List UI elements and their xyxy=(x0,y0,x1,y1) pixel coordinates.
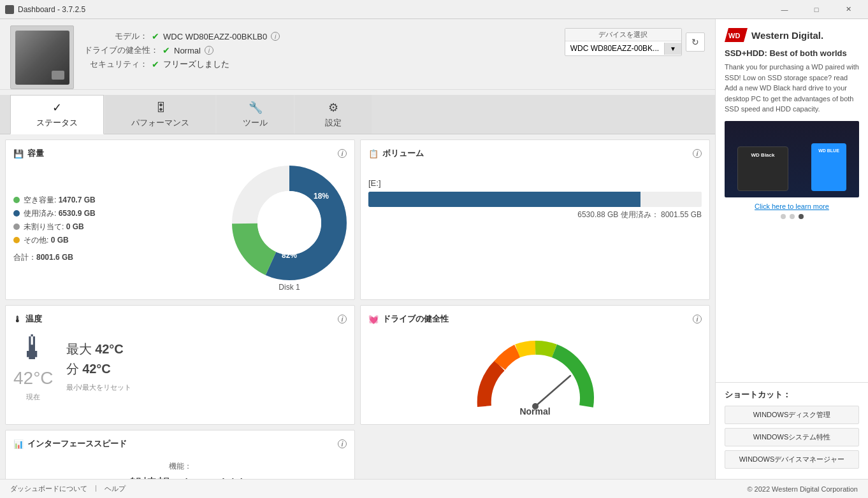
health-help-icon[interactable]: i xyxy=(205,46,213,55)
ad-dot-2[interactable] xyxy=(790,214,795,219)
interface-title: 📊 インターフェーススピード i xyxy=(13,438,347,450)
health-status-label: Normal xyxy=(519,406,550,416)
volume-content: [E:] 6530.88 GB 使用済み： 8001.55 GB xyxy=(368,178,702,220)
temp-reset-label: 最小/最大をリセット xyxy=(66,383,347,392)
device-selector-inner: WDC WD80EAZZ-00BK... ▼ xyxy=(565,41,681,55)
device-dropdown-arrow[interactable]: ▼ xyxy=(664,43,681,55)
model-value: WDC WD80EAZZ-00BKLB0 xyxy=(163,32,267,41)
health-gauge-svg xyxy=(472,336,599,413)
capacity-help-icon[interactable]: i xyxy=(338,149,347,158)
shortcut-disk-management[interactable]: WINDOWSディスク管理 xyxy=(725,406,859,424)
temperature-title: 🌡 温度 i xyxy=(13,313,347,325)
hdd-product-image xyxy=(737,146,788,191)
interface-function-value: 一般情報3 (6.0 Gb/s) xyxy=(13,474,347,479)
donut-chart: 82% 18% xyxy=(232,166,347,280)
dashboard: 💾 容量 i 空き容量: 1470.7 GB 使用済み: xyxy=(0,134,715,479)
sidebar: WD Western Digital. SSD+HDD: Best of bot… xyxy=(715,19,868,479)
ad-dot-1[interactable] xyxy=(781,214,786,219)
shortcut-system-properties[interactable]: WINDOWSシステム特性 xyxy=(725,428,859,446)
health-status-icon: ✔ xyxy=(163,45,170,55)
legend-other-label: その他: 0 GB xyxy=(24,235,69,246)
temperature-stats: 最大 42°C 分 42°C 最小/最大をリセット xyxy=(66,341,347,392)
legend-free-dot xyxy=(13,197,20,203)
footer: ダッシュボードについて | ヘルプ © 2022 Western Digital… xyxy=(0,479,868,498)
ssd-product-image xyxy=(811,143,846,191)
model-label: モデル： xyxy=(84,31,148,42)
interface-function-label: 機能： xyxy=(13,461,347,472)
maximize-button[interactable]: □ xyxy=(802,0,831,19)
tab-status-icon: ✓ xyxy=(52,101,62,115)
shortcut-device-manager[interactable]: WINDOWSデバイスマネージャー xyxy=(725,450,859,469)
titlebar-left: Dashboard - 3.7.2.5 xyxy=(5,5,85,14)
volume-title: 📋 ボリューム i xyxy=(368,148,702,159)
volume-bar xyxy=(368,192,702,207)
header-info: モデル： ✔ WDC WD80EAZZ-00BKLB0 i ドライブの健全性： … xyxy=(84,25,554,70)
tab-settings[interactable]: ⚙ 設定 xyxy=(295,95,372,134)
svg-text:WD: WD xyxy=(728,32,740,39)
ad-dot-3[interactable] xyxy=(799,214,804,219)
minimize-button[interactable]: — xyxy=(770,0,799,19)
sidebar-ad: WD Western Digital. SSD+HDD: Best of bot… xyxy=(716,19,868,382)
interface-function: 機能： 一般情報3 (6.0 Gb/s) xyxy=(13,461,347,479)
volume-drive-letter: [E:] xyxy=(368,178,702,188)
titlebar-title: Dashboard - 3.7.2.5 xyxy=(18,5,85,14)
health-help-icon[interactable]: i xyxy=(693,315,702,324)
temperature-content: 🌡 42°C 現在 最大 42°C 分 42°C xyxy=(13,331,347,402)
health-title: 💓 ドライブの健全性 i xyxy=(368,313,702,325)
footer-about-link[interactable]: ダッシュボードについて xyxy=(10,484,87,494)
window-controls: — □ ✕ xyxy=(770,0,863,19)
legend-unallocated-dot xyxy=(13,224,20,230)
tab-bar: ✓ ステータス 🎛 パフォーマンス 🔧 ツール ⚙ 設定 xyxy=(0,95,715,134)
security-value: フリーズしました xyxy=(163,59,229,70)
tab-tools-icon: 🔧 xyxy=(249,101,263,115)
capacity-content: 空き容量: 1470.7 GB 使用済み: 6530.9 GB 未割り当て: 0… xyxy=(13,166,347,292)
temp-min-label: 分 xyxy=(66,362,79,376)
thermometer: 🌡 42°C 現在 xyxy=(13,331,54,402)
svg-text:18%: 18% xyxy=(314,192,329,201)
tab-status[interactable]: ✓ ステータス xyxy=(10,95,104,134)
interface-help-icon[interactable]: i xyxy=(338,439,347,448)
drive-thumbnail xyxy=(15,31,69,85)
tab-performance[interactable]: 🎛 パフォーマンス xyxy=(105,95,215,134)
security-row: セキュリティ： ✔ フリーズしました xyxy=(84,59,554,70)
tab-settings-label: 設定 xyxy=(325,117,342,129)
device-selector: デバイスを選択 WDC WD80EAZZ-00BK... ▼ ↻ xyxy=(565,25,705,56)
footer-help-link[interactable]: ヘルプ xyxy=(105,484,126,494)
tab-tools[interactable]: 🔧 ツール xyxy=(217,95,294,134)
volume-help-icon[interactable]: i xyxy=(693,149,702,158)
temperature-help-icon[interactable]: i xyxy=(338,315,347,324)
temp-min: 分 42°C xyxy=(66,360,347,378)
close-button[interactable]: ✕ xyxy=(834,0,863,19)
legend-used-label: 使用済み: 6530.9 GB xyxy=(24,208,96,219)
temperature-icon: 🌡 xyxy=(13,315,22,324)
health-value: Normal xyxy=(174,46,201,55)
donut-svg: 82% 18% xyxy=(232,166,347,280)
app-icon xyxy=(5,5,14,14)
health-row: ドライブの健全性： ✔ Normal i xyxy=(84,45,554,56)
legend-free-label: 空き容量: 1470.7 GB xyxy=(24,195,96,206)
tab-status-label: ステータス xyxy=(36,117,78,129)
capacity-icon: 💾 xyxy=(13,149,24,159)
ad-learn-more-link[interactable]: Click here to learn more xyxy=(725,203,859,210)
security-label: セキュリティ： xyxy=(84,59,148,70)
footer-separator: | xyxy=(95,484,97,494)
temp-current-value: 42°C xyxy=(13,368,54,388)
refresh-button[interactable]: ↻ xyxy=(686,32,705,52)
device-selector-box[interactable]: デバイスを選択 WDC WD80EAZZ-00BK... ▼ xyxy=(565,28,682,56)
volume-panel: 📋 ボリューム i [E:] 6530.88 GB 使用済み： 8001.55 … xyxy=(360,139,710,300)
ad-body: Thank you for purchasing a WD paired wit… xyxy=(725,62,859,115)
volume-bar-used xyxy=(368,192,640,207)
wd-logo: WD Western Digital. xyxy=(725,28,859,42)
drive-image xyxy=(10,25,74,89)
legend-used-dot xyxy=(13,210,20,217)
interface-icon: 📊 xyxy=(13,439,24,449)
capacity-legend: 空き容量: 1470.7 GB 使用済み: 6530.9 GB 未割り当て: 0… xyxy=(13,195,222,263)
legend-used: 使用済み: 6530.9 GB xyxy=(13,208,222,219)
temp-current-label: 現在 xyxy=(26,392,40,402)
model-help-icon[interactable]: i xyxy=(271,32,280,41)
wd-brand-name: Western Digital. xyxy=(751,30,823,41)
ad-image xyxy=(725,121,859,197)
shortcuts-section: ショートカット： WINDOWSディスク管理 WINDOWSシステム特性 WIN… xyxy=(716,382,868,479)
health-panel: 💓 ドライブの健全性 i xyxy=(360,305,710,425)
tab-performance-icon: 🎛 xyxy=(155,101,166,115)
